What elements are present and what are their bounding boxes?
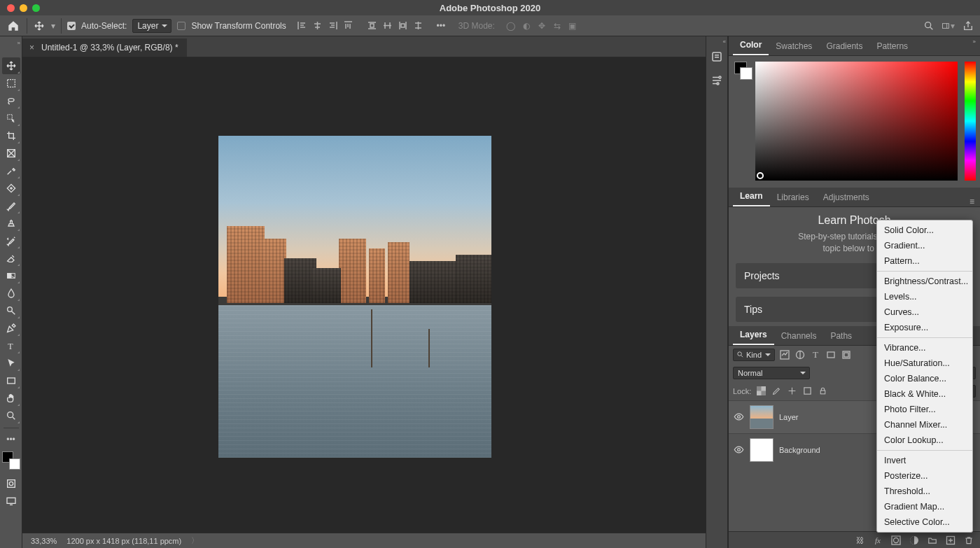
- hue-slider[interactable]: [965, 62, 976, 181]
- link-layers-icon[interactable]: ⛓: [854, 535, 865, 546]
- workspace-icon[interactable]: ▾: [942, 20, 955, 32]
- pen-tool[interactable]: [2, 320, 20, 337]
- brush-tool[interactable]: [2, 197, 20, 214]
- hand-tool[interactable]: [2, 390, 20, 407]
- tab-color[interactable]: Color: [733, 36, 769, 55]
- collapse-panels-icon[interactable]: »: [973, 38, 976, 45]
- tab-learn[interactable]: Learn: [733, 187, 770, 206]
- new-group-icon[interactable]: [927, 535, 938, 546]
- filter-adjust-icon[interactable]: [794, 349, 806, 360]
- layer-thumbnail[interactable]: [750, 438, 774, 462]
- layer-name[interactable]: Layer: [779, 413, 799, 421]
- align-hcenter-icon[interactable]: [312, 20, 324, 32]
- layer-name[interactable]: Background: [779, 446, 820, 454]
- lock-all-icon[interactable]: [817, 386, 828, 397]
- menu-item[interactable]: Gradient Map...: [877, 499, 972, 514]
- quick-mask-icon[interactable]: [2, 475, 20, 492]
- document-canvas[interactable]: [218, 136, 491, 458]
- gradient-tool[interactable]: [2, 267, 20, 284]
- menu-item[interactable]: Selective Color...: [877, 514, 972, 530]
- new-adjustment-icon[interactable]: [909, 535, 920, 546]
- eraser-tool[interactable]: [2, 250, 20, 267]
- menu-item[interactable]: Solid Color...: [877, 223, 972, 238]
- layer-fx-icon[interactable]: fx: [872, 535, 883, 546]
- window-zoom-button[interactable]: [32, 4, 40, 12]
- window-close-button[interactable]: [7, 4, 15, 12]
- more-options-icon[interactable]: •••: [435, 20, 447, 32]
- fgbg-mini-swatch[interactable]: [734, 62, 752, 181]
- path-select-tool[interactable]: [2, 355, 20, 372]
- lock-artboard-icon[interactable]: [802, 386, 813, 397]
- menu-item[interactable]: Color Lookup...: [877, 433, 972, 448]
- edit-toolbar-icon[interactable]: •••: [2, 431, 20, 448]
- window-minimize-button[interactable]: [20, 4, 27, 12]
- menu-item[interactable]: Curves...: [877, 304, 972, 320]
- tab-swatches[interactable]: Swatches: [769, 37, 819, 55]
- spot-heal-tool[interactable]: [2, 180, 20, 197]
- frame-tool[interactable]: [2, 145, 20, 162]
- tab-patterns[interactable]: Patterns: [869, 37, 915, 55]
- lock-transparency-icon[interactable]: [755, 386, 766, 397]
- menu-item[interactable]: Color Balance...: [877, 371, 972, 386]
- quick-select-tool[interactable]: [2, 110, 20, 127]
- crop-tool[interactable]: [2, 127, 20, 144]
- status-chevron-icon[interactable]: 〉: [191, 535, 199, 546]
- tab-layers[interactable]: Layers: [733, 325, 774, 345]
- filter-type-icon[interactable]: T: [810, 349, 821, 360]
- blend-mode-dropdown[interactable]: Normal: [733, 367, 810, 379]
- delete-layer-icon[interactable]: [963, 535, 974, 546]
- properties-panel-icon[interactable]: [709, 73, 724, 88]
- collapse-tools-icon[interactable]: »: [18, 40, 20, 46]
- filter-smart-icon[interactable]: [841, 349, 852, 360]
- home-button[interactable]: [6, 18, 21, 34]
- menu-item[interactable]: Channel Mixer...: [877, 417, 972, 433]
- menu-item[interactable]: Threshold...: [877, 484, 972, 499]
- layer-mask-icon[interactable]: [890, 535, 902, 546]
- tab-channels[interactable]: Channels: [774, 327, 824, 345]
- dodge-tool[interactable]: [2, 302, 20, 319]
- lasso-tool[interactable]: [2, 92, 20, 109]
- tab-libraries[interactable]: Libraries: [770, 188, 816, 206]
- distribute-v3-icon[interactable]: [397, 20, 410, 32]
- share-icon[interactable]: [962, 20, 974, 32]
- clone-stamp-tool[interactable]: [2, 215, 20, 232]
- eyedropper-tool[interactable]: [2, 162, 20, 179]
- show-transform-checkbox[interactable]: [177, 22, 186, 30]
- menu-item[interactable]: Gradient...: [877, 238, 972, 253]
- canvas-area[interactable]: [22, 57, 728, 533]
- menu-item[interactable]: Vibrance...: [877, 340, 972, 356]
- menu-item[interactable]: Invert: [877, 453, 972, 468]
- tab-gradients[interactable]: Gradients: [819, 37, 869, 55]
- align-top-icon[interactable]: [342, 20, 355, 32]
- screen-mode-icon[interactable]: [2, 493, 20, 510]
- filter-pixel-icon[interactable]: [779, 349, 790, 360]
- zoom-tool[interactable]: [2, 407, 20, 424]
- align-right-icon[interactable]: [327, 20, 340, 32]
- move-tool[interactable]: [2, 57, 20, 74]
- status-docinfo[interactable]: 1200 px x 1418 px (118,11 ppcm): [66, 537, 181, 545]
- new-layer-icon[interactable]: [945, 535, 956, 546]
- fgbg-swatch[interactable]: [2, 451, 20, 470]
- menu-item[interactable]: Levels...: [877, 289, 972, 304]
- distribute-v4-icon[interactable]: [412, 20, 425, 32]
- filter-shape-icon[interactable]: [825, 349, 836, 360]
- align-left-icon[interactable]: [296, 20, 309, 32]
- tab-adjustments[interactable]: Adjustments: [816, 188, 876, 206]
- layer-thumbnail[interactable]: [750, 405, 774, 429]
- menu-item[interactable]: Black & White...: [877, 386, 972, 402]
- history-brush-tool[interactable]: [2, 232, 20, 249]
- rectangle-tool[interactable]: [2, 372, 20, 389]
- search-icon[interactable]: [923, 20, 935, 32]
- auto-select-dropdown[interactable]: Layer: [132, 19, 172, 33]
- type-tool[interactable]: T: [2, 337, 20, 354]
- tab-paths[interactable]: Paths: [823, 327, 859, 345]
- auto-select-checkbox[interactable]: [67, 22, 76, 30]
- lock-pixels-icon[interactable]: [771, 386, 782, 397]
- lock-position-icon[interactable]: [786, 386, 797, 397]
- distribute-v2-icon[interactable]: [382, 20, 394, 32]
- color-field[interactable]: [755, 62, 958, 181]
- collapse-dock-icon[interactable]: «: [723, 38, 726, 45]
- rect-marquee-tool[interactable]: [2, 75, 20, 92]
- menu-item[interactable]: Pattern...: [877, 253, 972, 269]
- close-tab-icon[interactable]: ×: [29, 43, 34, 52]
